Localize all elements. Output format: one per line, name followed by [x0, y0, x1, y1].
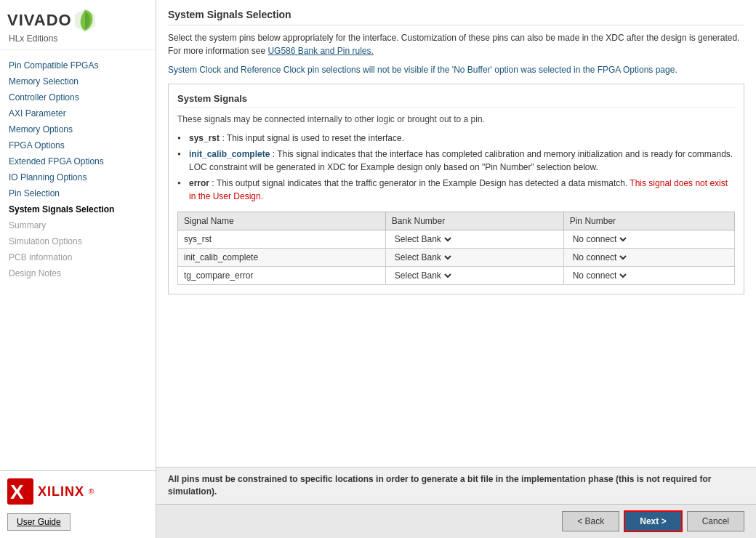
table-row: tg_compare_error Select Bank [178, 266, 735, 284]
signal-error: error : This output signal indicates tha… [177, 177, 735, 203]
sidebar-bottom: X XILINX ® User Guide [0, 470, 156, 538]
init-calib-desc: : This signal indicates that the interfa… [189, 149, 733, 172]
next-button[interactable]: Next > [624, 510, 682, 532]
init-calib-name: init_calib_complete [189, 149, 270, 159]
sidebar-item-simulation-options: Simulation Options [0, 233, 156, 249]
tg-compare-bank-select[interactable]: Select Bank [392, 270, 454, 281]
init-calib-pin[interactable]: No connect [563, 248, 734, 266]
ug586-link[interactable]: UG586 Bank and Pin rules. [268, 46, 373, 56]
bottom-buttons: < Back Next > Cancel [156, 504, 756, 538]
error-name: error [189, 178, 209, 188]
svg-text:X: X [10, 481, 24, 503]
signal-init-calib: init_calib_complete : This signal indica… [177, 148, 735, 174]
sys-rst-bank[interactable]: Select Bank [385, 230, 563, 248]
signals-box: System Signals These signals may be conn… [168, 84, 744, 294]
hlx-text: HLx Editions [9, 33, 57, 44]
error-desc: : This output signal indicates that the … [212, 178, 630, 188]
sidebar-item-design-notes: Design Notes [0, 265, 156, 281]
init-calib-pin-select[interactable]: No connect [570, 252, 629, 263]
signals-desc: These signals may be connected internall… [177, 113, 735, 126]
xilinx-x-icon: X [7, 478, 33, 505]
footer-bar: All pins must be constrained to specific… [156, 467, 756, 504]
sidebar: VIVADO HLx Editions Pin Compatible FPGAs… [0, 0, 156, 538]
sidebar-item-system-signals-selection[interactable]: System Signals Selection [0, 201, 156, 217]
content-area: System Signals Selection Select the syst… [156, 0, 756, 467]
sys-rst-name: sys_rst [189, 133, 220, 143]
col-bank-number: Bank Number [385, 212, 563, 230]
xilinx-text: XILINX [38, 484, 84, 499]
table-row: sys_rst Select Bank [178, 230, 735, 248]
signal-sys-rst: sys_rst : This input signal is used to r… [177, 132, 735, 145]
intro-text: Select the system pins below appropriate… [168, 31, 744, 57]
signal-list: sys_rst : This input signal is used to r… [177, 132, 735, 203]
sidebar-item-pcb-information: PCB information [0, 249, 156, 265]
sidebar-item-memory-options[interactable]: Memory Options [0, 121, 156, 137]
init-calib-bank[interactable]: Select Bank [385, 248, 563, 266]
page-title: System Signals Selection [168, 9, 744, 25]
signal-table: Signal Name Bank Number Pin Number sys_r… [177, 212, 735, 285]
col-signal-name: Signal Name [178, 212, 386, 230]
sidebar-item-io-planning-options[interactable]: IO Planning Options [0, 169, 156, 185]
sys-rst-signal: sys_rst [178, 230, 386, 248]
xilinx-logo: X XILINX ® [7, 478, 94, 505]
signals-box-title: System Signals [177, 93, 735, 108]
table-row: init_calib_complete Select Bank [178, 248, 735, 266]
sidebar-item-axi-parameter[interactable]: AXI Parameter [0, 105, 156, 121]
col-pin-number: Pin Number [563, 212, 734, 230]
init-calib-bank-select[interactable]: Select Bank [392, 252, 454, 263]
init-calib-signal: init_calib_complete [178, 248, 386, 266]
footer-warning: All pins must be constrained to specific… [168, 473, 744, 498]
sys-rst-pin[interactable]: No connect [563, 230, 734, 248]
sidebar-item-memory-selection[interactable]: Memory Selection [0, 73, 156, 89]
vivado-leaf-icon [75, 9, 95, 32]
sys-rst-pin-select[interactable]: No connect [570, 233, 629, 245]
sidebar-nav: Pin Compatible FPGAs Memory Selection Co… [0, 50, 156, 470]
tg-compare-bank[interactable]: Select Bank [385, 266, 563, 284]
logo-area: VIVADO HLx Editions [0, 0, 156, 50]
vivado-logo: VIVADO [7, 9, 95, 32]
sys-rst-bank-select[interactable]: Select Bank [392, 233, 454, 245]
sidebar-item-extended-fpga-options[interactable]: Extended FPGA Options [0, 153, 156, 169]
vivado-text: VIVADO [7, 11, 72, 30]
notice-text: System Clock and Reference Clock pin sel… [168, 63, 744, 76]
tg-compare-pin-select[interactable]: No connect [570, 270, 629, 281]
tg-compare-pin[interactable]: No connect [563, 266, 734, 284]
sidebar-item-pin-compatible-fpgas[interactable]: Pin Compatible FPGAs [0, 57, 156, 73]
footer-warning-bold: All pins must be constrained to specific… [168, 474, 711, 497]
tg-compare-signal: tg_compare_error [178, 266, 386, 284]
sidebar-item-pin-selection[interactable]: Pin Selection [0, 185, 156, 201]
back-button[interactable]: < Back [562, 511, 619, 531]
sidebar-item-summary: Summary [0, 217, 156, 233]
cancel-button[interactable]: Cancel [687, 511, 744, 531]
sidebar-item-fpga-options[interactable]: FPGA Options [0, 137, 156, 153]
sys-rst-desc: : This input signal is used to reset the… [222, 133, 404, 143]
sidebar-item-controller-options[interactable]: Controller Options [0, 89, 156, 105]
xilinx-registered-mark: ® [89, 488, 94, 496]
main-content: System Signals Selection Select the syst… [156, 0, 756, 538]
user-guide-button[interactable]: User Guide [7, 513, 71, 531]
